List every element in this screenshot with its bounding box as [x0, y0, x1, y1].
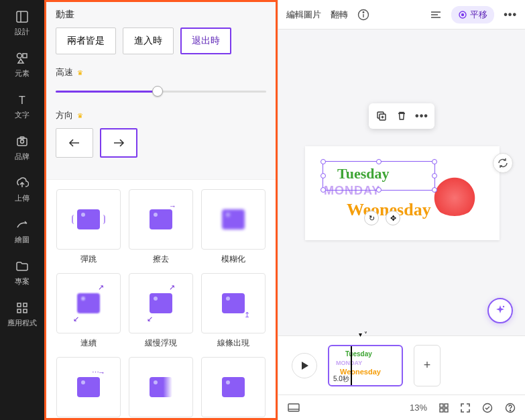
direction-right-button[interactable]	[100, 128, 137, 158]
effect-label: 連續	[80, 337, 97, 349]
edit-image-button[interactable]: 編輯圖片	[286, 9, 321, 21]
effect-extra-2[interactable]	[128, 357, 194, 417]
more-icon[interactable]: •••	[504, 9, 517, 21]
svg-rect-8	[17, 303, 21, 307]
notes-icon[interactable]	[288, 403, 300, 413]
svg-rect-9	[23, 303, 27, 307]
resize-handle[interactable]	[376, 187, 382, 193]
brand-icon	[15, 134, 30, 149]
pan-icon	[458, 10, 467, 19]
svg-point-6	[21, 140, 24, 143]
duplicate-icon[interactable]	[373, 107, 390, 125]
sidebar-item-apps[interactable]: 應用程式	[0, 294, 44, 334]
sidebar-item-upload[interactable]: 上傳	[0, 169, 44, 209]
timeline-marker[interactable]: ▾ ˅	[359, 331, 367, 338]
slider-thumb[interactable]	[152, 86, 163, 97]
direction-row	[56, 128, 266, 158]
more-icon[interactable]: •••	[413, 107, 430, 125]
svg-rect-10	[17, 309, 21, 313]
upload-icon	[15, 176, 30, 191]
effect-label: 線條出現	[217, 337, 249, 349]
element-context-toolbar: •••	[369, 103, 434, 129]
effect-wipe[interactable]: → 擦去	[128, 189, 194, 265]
timeline-page-thumb[interactable]: Tuesday MONDAY Weonesday 5.0秒	[328, 345, 403, 386]
play-button[interactable]	[292, 353, 317, 378]
pan-button[interactable]: 平移	[451, 6, 494, 23]
sidebar-item-elements[interactable]: 元素	[0, 44, 44, 85]
zoom-label[interactable]: 13%	[410, 403, 427, 413]
speed-slider[interactable]	[56, 85, 266, 97]
svg-point-33	[510, 410, 510, 411]
effect-label: 彈跳	[80, 254, 97, 265]
top-toolbar: 編輯圖片 翻轉 平移 •••	[278, 0, 525, 30]
resize-handle[interactable]	[320, 187, 326, 193]
sidebar-item-brand[interactable]: 品牌	[0, 127, 44, 168]
svg-rect-30	[445, 409, 448, 412]
crown-icon: ♛	[77, 112, 83, 119]
position-icon[interactable]	[430, 10, 442, 19]
folder-icon	[15, 259, 30, 274]
svg-point-14	[363, 11, 364, 13]
trash-icon[interactable]	[393, 107, 410, 125]
sidebar-item-text[interactable]: T 文字	[0, 86, 44, 126]
resize-handle[interactable]	[432, 159, 437, 164]
info-icon[interactable]	[357, 9, 369, 21]
effect-blur[interactable]: 模糊化	[200, 189, 266, 265]
crab-image	[430, 176, 479, 216]
sidebar-item-draw[interactable]: 繪圖	[0, 211, 44, 251]
effect-extra-3[interactable]	[200, 357, 266, 417]
move-handle[interactable]: ✥	[386, 211, 400, 225]
svg-point-2	[17, 53, 22, 58]
help-icon[interactable]	[505, 403, 516, 413]
svg-point-24	[503, 306, 504, 307]
resize-handle[interactable]	[320, 159, 326, 164]
flip-button[interactable]: 翻轉	[331, 9, 348, 21]
shapes-icon	[15, 51, 30, 66]
effect-label: 擦去	[153, 254, 169, 265]
timeline: ▾ ˅ Tuesday MONDAY Weonesday 5.0秒 +	[278, 335, 525, 395]
check-icon[interactable]	[482, 403, 493, 413]
effect-extra-1[interactable]: ⋯→	[56, 357, 121, 417]
cycle-button[interactable]	[493, 153, 513, 173]
rotate-handle[interactable]: ↻	[364, 211, 379, 225]
add-page-button[interactable]: +	[414, 345, 441, 386]
layout-icon	[15, 9, 30, 24]
svg-rect-3	[23, 54, 27, 58]
sidebar-item-projects[interactable]: 專案	[0, 252, 44, 293]
sidebar-label: 上傳	[15, 193, 30, 203]
timing-exit-button[interactable]: 退出時	[180, 28, 231, 54]
resize-handle[interactable]	[376, 159, 382, 164]
ai-sparkle-button[interactable]	[487, 298, 513, 323]
sidebar: 設計 元素 T 文字 品牌 上傳 繪圖 專案 應用程式	[0, 0, 44, 420]
sidebar-label: 品牌	[15, 152, 30, 162]
panel-title: 動畫	[56, 9, 266, 21]
effect-bounce[interactable]: 彈跳	[56, 189, 121, 265]
timing-row: 兩者皆是 進入時 退出時	[56, 28, 266, 54]
svg-text:T: T	[19, 95, 25, 106]
direction-left-button[interactable]	[56, 128, 93, 158]
effect-line-appear[interactable]: ↥ 線條出現	[200, 273, 266, 349]
duration-label: 5.0秒	[332, 374, 351, 384]
timing-enter-button[interactable]: 進入時	[123, 28, 174, 54]
svg-rect-29	[440, 409, 443, 412]
svg-point-31	[483, 403, 492, 412]
effect-drift[interactable]: ↗↙ 緩慢浮現	[128, 273, 194, 349]
canvas[interactable]: ••• Tuesday MONDAY Weonesday ↻ ✥	[278, 30, 525, 335]
playhead[interactable]	[351, 346, 352, 385]
arrow-left-icon	[68, 138, 80, 148]
resize-handle[interactable]	[432, 187, 437, 193]
canvas-area: 編輯圖片 翻轉 平移 ••• ••• Tuesday MONDAY Weones…	[278, 0, 525, 420]
grid-view-icon[interactable]	[439, 403, 449, 413]
animation-panel: 動畫 兩者皆是 進入時 退出時 高速 ♛ 方向 ♛	[44, 0, 278, 420]
effect-label: 緩慢浮現	[145, 337, 177, 349]
timing-both-button[interactable]: 兩者皆是	[56, 28, 116, 54]
resize-handle[interactable]	[432, 173, 437, 178]
svg-rect-28	[445, 404, 448, 407]
selected-element[interactable]: Tuesday MONDAY Weonesday	[305, 146, 500, 240]
resize-handle[interactable]	[320, 173, 326, 178]
sidebar-label: 文字	[15, 110, 30, 120]
animation-settings: 動畫 兩者皆是 進入時 退出時 高速 ♛ 方向 ♛	[46, 2, 276, 180]
fullscreen-icon[interactable]	[461, 403, 470, 413]
effect-continuous[interactable]: ↗↙ 連續	[56, 273, 121, 349]
sidebar-item-design[interactable]: 設計	[0, 3, 44, 43]
